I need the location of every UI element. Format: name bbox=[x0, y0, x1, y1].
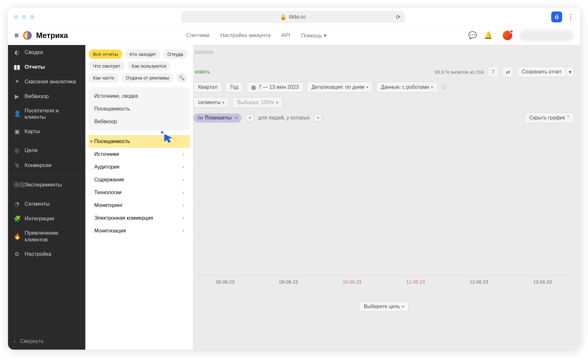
sidebar-item-settings[interactable]: ⚙Настройка bbox=[8, 247, 85, 262]
pie-icon: ◔ bbox=[14, 201, 20, 208]
sidebar-item-webvisor[interactable]: ▶Вебвизор bbox=[8, 89, 85, 104]
save-report-dropdown[interactable]: ▾ bbox=[566, 66, 574, 77]
export-icon: ⤴ bbox=[492, 69, 494, 75]
nav-help[interactable]: Помощь ▾ bbox=[301, 32, 326, 39]
extension-badge[interactable]: ó bbox=[551, 11, 562, 22]
window-dot-close-icon[interactable] bbox=[14, 15, 19, 19]
info-icon[interactable]: ⓘ bbox=[441, 84, 446, 91]
period-year[interactable]: Год bbox=[225, 82, 243, 93]
sample-select[interactable]: Выборка: 100%▾ bbox=[232, 97, 282, 108]
notification-dot-icon bbox=[510, 30, 513, 33]
save-report-group: Сохранить отчет ▾ bbox=[517, 66, 574, 77]
titlebar: 🔒 tilda.cc ⟳ ó ⋮ bbox=[8, 8, 580, 26]
reports-panel: Все отчеты Кто заходит Откуда Что смотря… bbox=[85, 45, 193, 350]
sidebar-item-maps[interactable]: ▣Карты bbox=[8, 124, 85, 139]
chevron-down-icon: ▾ bbox=[402, 304, 404, 309]
gear-icon: ⚙ bbox=[14, 251, 20, 258]
nav-monitoring[interactable]: Мониторинг› bbox=[89, 199, 190, 212]
pill-ads[interactable]: Отдача от рекламы bbox=[121, 73, 174, 83]
sidebar-collapse[interactable]: ‹Свернуть bbox=[8, 333, 85, 350]
detail-select[interactable]: Детализация: по дням▾ bbox=[307, 82, 373, 93]
pill-what[interactable]: Что смотрят bbox=[89, 61, 125, 71]
nav-traffic[interactable]: Посещаемость bbox=[89, 135, 190, 148]
nav-technologies[interactable]: Технологии› bbox=[89, 186, 190, 199]
sidebar-item-integrations[interactable]: 🧩Интеграции bbox=[8, 211, 85, 226]
pill-search[interactable]: 🔍 bbox=[176, 73, 187, 83]
data-select[interactable]: Данные: с роботами▾ bbox=[376, 82, 438, 93]
menu-icon[interactable]: ≡ bbox=[14, 31, 19, 40]
sidebar-item-reports[interactable]: ▮▮Отчеты bbox=[8, 60, 85, 74]
swap-icon: ⇄ bbox=[506, 69, 510, 75]
chat-icon[interactable]: 💬 bbox=[468, 31, 477, 40]
url-bar[interactable]: 🔒 tilda.cc ⟳ bbox=[181, 11, 405, 23]
avatar[interactable] bbox=[503, 31, 512, 40]
nav-monetization[interactable]: Монетизация› bbox=[89, 224, 190, 237]
quick-webvisor[interactable]: Вебвизор bbox=[89, 115, 190, 128]
body: ◐Сводка ▮▮Отчеты ✦Сквозная аналитика ▶Ве… bbox=[8, 45, 580, 350]
chevron-right-icon: › bbox=[182, 202, 184, 208]
period-range[interactable]: 7 — 13 июн 2023 bbox=[246, 82, 304, 93]
kebab-icon[interactable]: ⋮ bbox=[567, 13, 574, 21]
chevron-down-icon: ▾ bbox=[366, 85, 368, 89]
sidebar-item-segments[interactable]: ◔Сегменты bbox=[8, 197, 85, 211]
nav-audience[interactable]: Аудитория› bbox=[89, 161, 190, 173]
plus-icon: + bbox=[248, 115, 251, 121]
sidebar-item-experiments[interactable]: ⓐⓑЭксперименты bbox=[8, 177, 85, 193]
filter-tag-tablets[interactable]: ли Планшеты✕ bbox=[193, 113, 242, 123]
pill-from[interactable]: Откуда bbox=[163, 49, 188, 59]
choose-goal-select[interactable]: Выберите цель▾ bbox=[359, 301, 408, 312]
chart-icon: ▮▮ bbox=[14, 64, 20, 71]
sidebar-item-summary[interactable]: ◐Сводка bbox=[8, 45, 85, 60]
chart: 08.06.2309.06.2310.06.2311.06.2312.06.23… bbox=[193, 129, 574, 284]
chevron-right-icon: › bbox=[182, 215, 184, 221]
pill-how-often[interactable]: Как часто bbox=[89, 73, 119, 83]
pill-how-use[interactable]: Как пользуются bbox=[127, 61, 171, 71]
period-quarter[interactable]: Квартал bbox=[193, 82, 222, 93]
chevron-up-icon: ˄ bbox=[567, 115, 569, 121]
flame-icon: 🔥 bbox=[14, 233, 20, 240]
nav-counters[interactable]: Счетчики bbox=[186, 32, 210, 39]
pill-all-reports[interactable]: Все отчеты bbox=[89, 49, 122, 59]
top-nav: ≡ Метрика Счетчики Настройка аккаунта AP… bbox=[8, 26, 580, 45]
report-nav-list: Посещаемость Источники› Аудитория› Содер… bbox=[89, 135, 190, 237]
sidebar-item-acquisition[interactable]: 🔥Привлечение клиентов bbox=[8, 226, 85, 247]
nav-api[interactable]: API bbox=[282, 32, 290, 39]
nav-sources[interactable]: Источники› bbox=[89, 148, 190, 161]
nav-content[interactable]: Содержание› bbox=[89, 173, 190, 186]
sidebar-item-goals[interactable]: ◎Цели bbox=[8, 143, 85, 158]
nav-ecommerce[interactable]: Электронная коммерция› bbox=[89, 212, 190, 224]
browser-window: 🔒 tilda.cc ⟳ ó ⋮ ≡ Метрика Счетчики Наст… bbox=[8, 8, 580, 350]
xaxis-label: 11.06.23 bbox=[384, 279, 447, 284]
nav-account[interactable]: Настройка аккаунта bbox=[220, 32, 270, 39]
segments-select[interactable]: сегменты▾ bbox=[193, 97, 229, 108]
url-host: tilda.cc bbox=[289, 14, 306, 20]
main-area: 5305509 зовать 93,6 % визитов из 204 ⤴ ⇄… bbox=[193, 45, 580, 350]
chevron-down-icon: ▾ bbox=[569, 69, 571, 75]
window-controls bbox=[14, 15, 35, 19]
swap-button[interactable]: ⇄ bbox=[502, 66, 513, 77]
quick-traffic[interactable]: Посещаемость bbox=[89, 102, 190, 115]
hide-chart-button[interactable]: Скрыть график ˄ bbox=[524, 112, 574, 123]
quick-sources-summary[interactable]: Источники, сводка bbox=[89, 90, 190, 102]
window-dot-min-icon[interactable] bbox=[22, 15, 27, 19]
xaxis-label: 09.06.23 bbox=[257, 279, 321, 284]
window-dot-max-icon[interactable] bbox=[30, 15, 35, 19]
close-icon[interactable]: ✕ bbox=[234, 115, 238, 121]
refresh-icon[interactable]: ⟳ bbox=[396, 14, 400, 20]
add-visits-filter[interactable]: + bbox=[245, 113, 254, 122]
rename-link[interactable]: зовать bbox=[195, 69, 210, 75]
bell-icon[interactable]: 🔔 bbox=[484, 31, 492, 40]
breadcrumb: 5305509 bbox=[195, 49, 574, 55]
pill-who[interactable]: Кто заходит bbox=[125, 49, 160, 59]
export-button[interactable]: ⤴ bbox=[488, 66, 499, 77]
sparkle-icon: ✦ bbox=[14, 78, 20, 85]
chevron-down-icon: ▾ bbox=[324, 33, 327, 39]
metrica-logo-icon bbox=[23, 31, 32, 40]
sidebar-item-conversions[interactable]: ％Конверсии bbox=[8, 158, 85, 173]
save-report-button[interactable]: Сохранить отчет bbox=[517, 66, 566, 77]
gauge-icon: ◐ bbox=[14, 49, 20, 56]
sidebar-item-cross-analytics[interactable]: ✦Сквозная аналитика bbox=[8, 74, 85, 89]
xaxis-label: 12.06.23 bbox=[447, 279, 511, 284]
sidebar-item-visitors[interactable]: 👤Посетители и клиенты bbox=[8, 104, 85, 125]
add-people-filter[interactable]: + bbox=[313, 113, 322, 122]
